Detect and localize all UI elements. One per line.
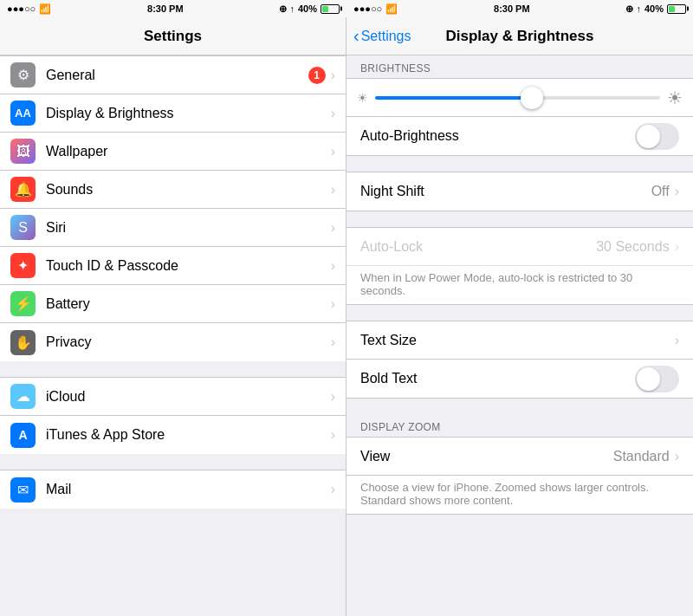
brightness-header: BRIGHTNESS xyxy=(346,55,693,78)
itunes-label: iTunes & App Store xyxy=(46,427,331,443)
display-brightness-panel: ●●●○○ 📶 8:30 PM ⊕ ↑ 40% ‹ Settings Displ… xyxy=(346,0,693,616)
right-nav-title: Display & Brightness xyxy=(446,28,594,45)
battery-fill-right xyxy=(669,6,675,12)
status-carrier-right: ●●●○○ 📶 xyxy=(353,3,398,15)
back-chevron-icon: ‹ xyxy=(353,26,359,46)
sounds-icon: 🔔 xyxy=(10,177,36,202)
privacy-label: Privacy xyxy=(46,334,331,350)
status-bar-right: ●●●○○ 📶 8:30 PM ⊕ ↑ 40% xyxy=(346,0,693,17)
settings-row-privacy[interactable]: ✋ Privacy › xyxy=(0,323,346,361)
display-icon: AA xyxy=(10,101,36,126)
wallpaper-label: Wallpaper xyxy=(46,144,331,159)
touchid-label: Touch ID & Passcode xyxy=(46,258,331,274)
slider-fill xyxy=(375,96,532,100)
battery-pct-left: 40% xyxy=(298,3,317,14)
auto-lock-row: Auto-Lock 30 Seconds › xyxy=(346,228,693,266)
auto-lock-chevron: › xyxy=(675,239,679,255)
carrier-signal-right: ●●●○○ xyxy=(353,3,382,14)
night-shift-row[interactable]: Night Shift Off › xyxy=(346,172,693,211)
icloud-chevron: › xyxy=(331,389,335,405)
icloud-label: iCloud xyxy=(46,389,331,405)
auto-lock-note: When in Low Power Mode, auto-lock is res… xyxy=(346,266,693,304)
view-note: Choose a view for iPhone. Zoomed shows l… xyxy=(346,476,693,514)
view-chevron: › xyxy=(675,449,679,464)
view-value: Standard xyxy=(613,449,670,464)
itunes-icon: A xyxy=(10,423,36,448)
settings-row-sounds[interactable]: 🔔 Sounds › xyxy=(0,171,346,209)
status-right-right: ⊕ ↑ 40% xyxy=(625,3,686,15)
settings-group-1: ⚙ General 1 › AA Display & Brightness › … xyxy=(0,55,346,361)
siri-icon: S xyxy=(10,215,36,240)
view-label: View xyxy=(360,449,613,464)
privacy-icon: ✋ xyxy=(10,330,36,355)
battery-settings-icon: ⚡ xyxy=(10,291,36,316)
mail-icon: ✉ xyxy=(10,477,36,503)
settings-row-touchid[interactable]: ✦ Touch ID & Passcode › xyxy=(0,247,346,285)
slider-thumb[interactable] xyxy=(521,87,543,109)
wallpaper-icon: 🖼 xyxy=(10,139,36,164)
display-zoom-group: View Standard › Choose a view for iPhone… xyxy=(346,437,693,515)
night-shift-group: Night Shift Off › xyxy=(346,172,693,211)
settings-row-display[interactable]: AA Display & Brightness › xyxy=(0,94,346,133)
right-content: BRIGHTNESS ☀ ☀ Auto-Brightness xyxy=(346,55,693,616)
auto-lock-group: Auto-Lock 30 Seconds › When in Low Power… xyxy=(346,227,693,305)
spacer-3 xyxy=(346,305,693,321)
auto-brightness-label: Auto-Brightness xyxy=(360,128,635,144)
touchid-chevron: › xyxy=(331,258,335,274)
mail-chevron: › xyxy=(331,482,335,497)
settings-row-itunes[interactable]: A iTunes & App Store › xyxy=(0,416,346,454)
general-badge: 1 xyxy=(308,67,326,84)
text-size-row[interactable]: Text Size › xyxy=(346,321,693,360)
sounds-chevron: › xyxy=(331,182,335,198)
wifi-icon-right: 📶 xyxy=(385,3,398,15)
siri-chevron: › xyxy=(331,220,335,236)
time-left: 8:30 PM xyxy=(147,3,184,14)
night-shift-value: Off xyxy=(651,184,670,199)
group-spacer-1 xyxy=(0,361,346,377)
view-row[interactable]: View Standard › xyxy=(346,438,693,476)
settings-panel: ●●●○○ 📶 8:30 PM ⊕ ↑ 40% Settings ⚙ Gener… xyxy=(0,0,346,616)
display-chevron: › xyxy=(331,106,335,121)
left-nav-bar: Settings xyxy=(0,17,346,55)
bold-text-label: Bold Text xyxy=(360,371,635,386)
battery-pct-right: 40% xyxy=(644,3,664,14)
display-label: Display & Brightness xyxy=(46,106,331,121)
general-icon: ⚙ xyxy=(10,62,36,88)
right-nav-bar: ‹ Settings Display & Brightness xyxy=(346,17,693,55)
battery-icon-left xyxy=(321,4,340,14)
touchid-icon: ✦ xyxy=(10,253,36,278)
settings-group-2: ☁ iCloud › A iTunes & App Store › xyxy=(0,377,346,454)
back-button[interactable]: ‹ Settings xyxy=(353,26,411,46)
auto-lock-value: 30 Seconds xyxy=(596,239,670,255)
location-icon-right: ⊕ ↑ xyxy=(625,3,641,15)
siri-label: Siri xyxy=(46,220,331,236)
spacer-2 xyxy=(346,211,693,227)
settings-row-icloud[interactable]: ☁ iCloud › xyxy=(0,378,346,416)
brightness-group: ☀ ☀ Auto-Brightness xyxy=(346,78,693,156)
left-nav-title: Settings xyxy=(144,28,202,45)
spacer-4 xyxy=(346,399,693,414)
group-spacer-2 xyxy=(0,454,346,470)
settings-row-battery[interactable]: ⚡ Battery › xyxy=(0,285,346,323)
general-chevron: › xyxy=(331,68,335,83)
wallpaper-chevron: › xyxy=(331,144,335,159)
settings-row-general[interactable]: ⚙ General 1 › xyxy=(0,56,346,94)
carrier-signal-left: ●●●○○ xyxy=(7,3,36,14)
bold-text-row: Bold Text xyxy=(346,360,693,398)
time-right: 8:30 PM xyxy=(494,3,530,14)
brightness-slider[interactable] xyxy=(375,96,660,100)
bold-toggle-knob xyxy=(637,367,660,391)
text-size-label: Text Size xyxy=(360,333,675,348)
toggle-knob xyxy=(637,125,660,148)
battery-fill-left xyxy=(322,6,328,12)
settings-row-wallpaper[interactable]: 🖼 Wallpaper › xyxy=(0,133,346,171)
bold-text-toggle[interactable] xyxy=(635,366,679,392)
settings-row-siri[interactable]: S Siri › xyxy=(0,209,346,247)
settings-row-mail[interactable]: ✉ Mail › xyxy=(0,470,346,509)
location-icon-left: ⊕ ↑ xyxy=(279,3,295,15)
auto-brightness-toggle[interactable] xyxy=(635,123,679,150)
spacer-1 xyxy=(346,156,693,172)
status-right-left: ⊕ ↑ 40% xyxy=(279,3,340,15)
status-bar-left: ●●●○○ 📶 8:30 PM ⊕ ↑ 40% xyxy=(0,0,346,17)
privacy-chevron: › xyxy=(331,334,335,350)
